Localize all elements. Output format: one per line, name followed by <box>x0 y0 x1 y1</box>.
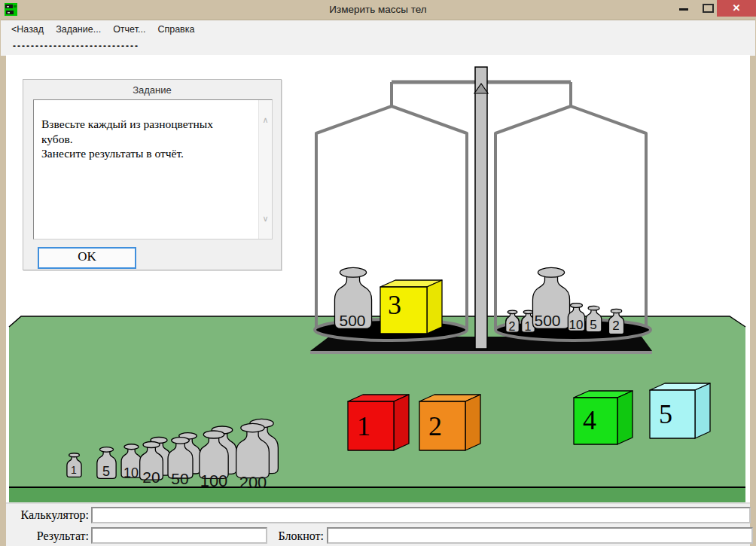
cube-label: 4 <box>583 405 596 435</box>
task-text-line: Взвесьте каждый из разноцветных <box>41 117 254 132</box>
task-text-line: Занесите результаты в отчёт. <box>41 146 254 161</box>
footer-panel: Калькулятор: Результат: Блокнот: <box>6 502 750 546</box>
cube-4-green[interactable]: 4 <box>574 391 633 444</box>
cube-2-orange[interactable]: 2 <box>419 395 480 450</box>
notepad-label: Блокнот: <box>271 529 324 543</box>
weight-label: 10 <box>123 465 139 480</box>
weight-label: 500 <box>534 312 560 329</box>
weight-label: 2 <box>509 320 516 333</box>
task-text-box: Взвесьте каждый из разноцветных кубов. З… <box>33 99 273 239</box>
notepad-input[interactable] <box>327 527 753 544</box>
result-input[interactable] <box>91 527 267 544</box>
result-label: Результат: <box>6 529 89 543</box>
task-dialog: Задание Взвесьте каждый из разноцветных … <box>23 79 282 270</box>
weight-label: 5 <box>590 318 596 332</box>
weight-label: 10 <box>569 318 584 332</box>
task-dialog-title: Задание <box>23 84 281 96</box>
cube-5-cyan[interactable]: 5 <box>650 383 710 438</box>
weight-label: 50 <box>171 470 188 487</box>
weight-label: 20 <box>142 468 160 486</box>
task-text: Взвесьте каждый из разноцветных кубов. З… <box>41 117 254 161</box>
app-window: Измерить массы тел ✕ <Назад Задание... О… <box>0 0 756 546</box>
calculator-input[interactable] <box>91 507 751 523</box>
weight-label: 500 <box>339 312 365 329</box>
cube-1-red[interactable]: 1 <box>348 395 409 450</box>
cube-label: 3 <box>388 290 401 320</box>
weight-label: 1 <box>71 464 77 476</box>
weight-label: 200 <box>239 473 267 492</box>
scroll-up-icon[interactable]: ∧ <box>259 114 272 127</box>
calculator-label: Калькулятор: <box>6 508 89 522</box>
cube-3-yellow[interactable]: 3 <box>380 280 442 334</box>
weight-label: 5 <box>102 464 110 479</box>
balance-pillar <box>475 67 487 349</box>
ok-button[interactable]: OK <box>38 247 136 269</box>
weight-label: 100 <box>200 471 228 490</box>
cube-label: 5 <box>659 399 672 429</box>
main-canvas: 500 3 2 1 500 10 5 2 <box>6 55 750 502</box>
weight-label: 2 <box>612 319 619 333</box>
scroll-down-icon[interactable]: ∨ <box>259 212 272 225</box>
task-scrollbar[interactable]: ∧ ∨ <box>258 100 272 239</box>
table-front-edge <box>9 487 745 502</box>
weight-label: 1 <box>525 320 532 333</box>
cube-label: 1 <box>357 411 370 441</box>
task-text-line: кубов. <box>41 132 254 147</box>
right-pan-hanger <box>495 82 646 329</box>
cube-label: 2 <box>428 411 442 441</box>
base-shadow <box>310 351 652 354</box>
